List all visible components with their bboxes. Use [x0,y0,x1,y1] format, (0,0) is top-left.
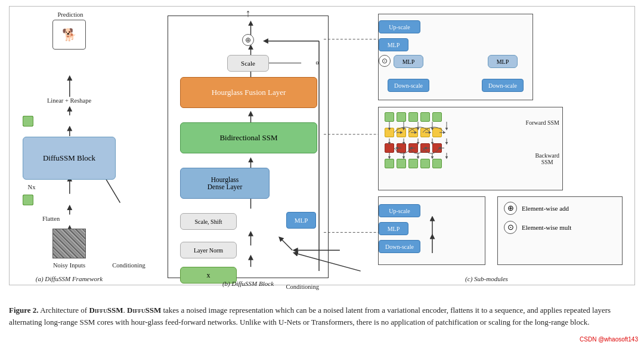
backward-ssm-label: BackwardSSM [535,152,559,165]
panel-c-label: (c) Sub-modules [427,275,546,282]
diffussm-block: DiffuSSM Block [23,137,116,180]
ssm-row-yellow [385,128,442,137]
c-mlp-center: MLP [379,38,408,51]
c-downscale-left: Down-scale [388,79,429,92]
linear-reshape-label: Linear + Reshape [30,97,108,104]
legend-add-icon: ⊕ [504,202,517,215]
noisy-inputs-label: Noisy Inputs [35,262,104,269]
panel-b-label: (b) DiffuSSM Block [177,280,320,287]
caption-text: Architecture of DiffuSSM. DiffuSSM takes… [9,306,611,326]
legend-add: ⊕ Element-wise add [504,202,616,215]
noisy-input-image [52,229,86,258]
layer-norm-box: Layer Norm [180,242,237,258]
prediction-label: Prediction [47,11,94,18]
c-upscale-top: Up-scale [379,20,420,33]
c-bot-submodule: Up-scale MLP Down-scale [378,196,485,265]
legend-mult-icon: ⊙ [504,221,517,234]
add-circle: ⊕ [242,34,254,46]
scale-box: Scale [227,55,269,72]
ssm-row-red [385,143,442,153]
forward-ssm-label: Forward SSM [526,119,559,126]
ssm-row-top-green [385,112,442,122]
c-mlp-right: MLP [488,55,518,68]
c-top-submodule: Up-scale MLP ⊙ MLP MLP Down-scale Down-s… [378,14,533,100]
conditioning-label-a: Conditioning [102,262,156,269]
output-arrow: ↑ [246,7,251,20]
c-downscale-right: Down-scale [482,79,524,92]
panel-b-border: ↑ ⊕ Scale α Hourglass Fusion Layer Bidir… [168,16,329,278]
legend-add-label: Element-wise add [522,205,569,212]
c-mid-submodule: Forward SSM BackwardSSM [378,107,563,190]
scale-shift-box: Scale, Shift [180,213,237,230]
ssm-row-bot-green [385,159,442,168]
alpha-label: α [315,59,319,66]
hourglass-fusion-layer: Hourglass Fusion Layer [180,77,317,108]
main-container: Prediction 🐕 Linear + Reshape DiffuSSM B… [0,0,644,336]
c-upscale-bot: Up-scale [379,204,420,217]
c-downscale-bot: Down-scale [379,240,420,253]
nx-label: Nx [23,184,41,190]
hourglass-dense-layer: Hourglass Dense Layer [180,168,270,199]
caption-figure-number: Figure 2. [9,306,39,315]
legend-mult-label: Element-wise mult [522,224,571,231]
mlp-box-b: MLP [286,212,316,229]
diagram-area: Prediction 🐕 Linear + Reshape DiffuSSM B… [9,6,635,285]
c-mlp-bot: MLP [379,222,408,235]
prediction-image: 🐕 [52,20,86,50]
c-mlp-left: MLP [394,55,423,68]
bidirectional-ssm: Bidirectional SSM [180,122,317,153]
legend-box: ⊕ Element-wise add ⊙ Element-wise mult [497,196,623,265]
legend-mult: ⊙ Element-wise mult [504,221,616,234]
c-mult-circle: ⊙ [379,55,391,67]
panel-a-label: (a) DiffuSSM Framework [21,275,117,282]
figure-caption: Figure 2. Architecture of DiffuSSM. Diff… [9,302,635,330]
flatten-label: Flatten [42,215,60,222]
watermark: CSDN @whaosoft143 [580,336,638,343]
